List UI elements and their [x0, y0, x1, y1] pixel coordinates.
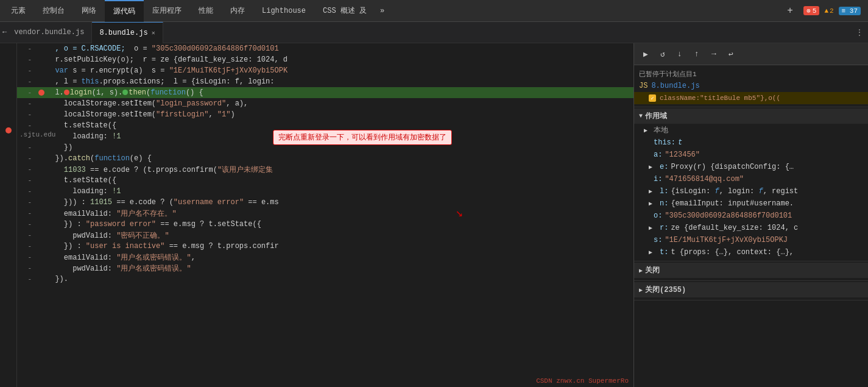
nav-console[interactable]: 控制台 — [34, 0, 73, 22]
line-number: - — [17, 122, 37, 129]
step-out-button[interactable]: ↑ — [690, 48, 704, 61]
scope-value: t {props: {…}, context: {…}, — [671, 248, 794, 257]
line-content: t.setState({ — [46, 121, 633, 130]
scope-l-row[interactable]: ▶ l: {isLogin: f, login: f, regist — [634, 185, 868, 197]
line-number: - — [17, 111, 37, 118]
log-badge[interactable]: ≡ 37 — [839, 7, 861, 15]
line-number: - — [17, 188, 37, 195]
scope-label: 作用域 — [645, 111, 667, 121]
line-content: pwdValid: "用户名或密码错误。" — [46, 263, 633, 274]
scope-header[interactable]: ▼ 作用域 — [634, 108, 868, 124]
tab-bundle8[interactable]: 8.bundle.js ✕ — [92, 22, 163, 43]
line-content: })) : 11015 == e.code ? ("username error… — [46, 198, 633, 207]
nav-right-badges: + ⊗ 5 ▲ 2 ≡ 37 — [782, 2, 866, 20]
nav-memory[interactable]: 内存 — [222, 0, 253, 22]
code-line: - r.setPublicKey(o); r = ze {default_key… — [17, 54, 633, 65]
nav-css[interactable]: CSS 概述 及 — [314, 0, 375, 22]
right-panel-content: 已暂停于计划点目1 JS 8.bundle.js ✓ className:"ti… — [634, 65, 868, 387]
scope-arrow-icon: ▼ — [639, 113, 643, 119]
step-into-button[interactable]: ↓ — [673, 48, 686, 61]
line-content: , o = C.RSACODE; o = "305c300d06092a8648… — [46, 44, 633, 53]
code-line: - emailValid: "用户名不存在。" — [17, 208, 633, 219]
scope-key: n: — [660, 199, 668, 208]
scope-i-row: i: "471656814@qq.com" — [634, 173, 868, 185]
line-content: loading: !1 — [46, 187, 633, 196]
line-content: t.setState({ — [46, 176, 633, 185]
tab-close-icon[interactable]: ✕ — [152, 29, 155, 37]
step-button[interactable]: → — [707, 48, 721, 61]
local-arrow-icon: ▶ — [644, 127, 652, 134]
nav-performance[interactable]: 性能 — [190, 0, 222, 22]
code-line: - }) : "user is inactive" == e.msg ? t.p… — [17, 241, 633, 252]
line-content: r.setPublicKey(o); r = ze {default_key_s… — [46, 55, 633, 64]
line-number: - — [17, 45, 37, 52]
resume-button[interactable]: ▶ — [639, 48, 652, 61]
nav-sources[interactable]: 源代码 — [105, 0, 144, 22]
breakpoint-marker[interactable] — [5, 127, 12, 133]
error-badge[interactable]: ⊗ 5 — [803, 6, 819, 15]
nav-plus-button[interactable]: + — [782, 2, 799, 20]
scope-value: Proxy(r) {dispatchConfig: {… — [671, 163, 794, 171]
close2-header[interactable]: ▶ 关闭(2355) — [634, 282, 868, 297]
scope-key: a: — [654, 151, 662, 159]
nav-elements[interactable]: 元素 — [2, 0, 34, 22]
code-line: - t.setState({ — [17, 175, 633, 186]
tab-vendor[interactable]: vendor.bundle.js — [7, 22, 92, 43]
nav-more-button[interactable]: » — [375, 0, 389, 22]
code-line-active: - l.login(i, s).then(function() { — [17, 87, 633, 98]
watermark: CSDN znwx.cn SupermerRo — [536, 377, 629, 385]
line-number: - — [17, 243, 37, 250]
scope-key: s: — [654, 236, 662, 244]
code-line: - }).catch(function(e) { — [17, 153, 633, 164]
js-file-icon: JS — [639, 82, 647, 90]
file-name: 8.bundle.js — [651, 82, 699, 90]
code-line: - var s = r.encrypt(a) s = "1E/1MuiTK6tj… — [17, 65, 633, 76]
tab-vendor-label: vendor.bundle.js — [14, 28, 84, 37]
line-content: emailValid: "用户名或密码错误。", — [46, 252, 633, 263]
scope-e-row[interactable]: ▶ e: Proxy(r) {dispatchConfig: {… — [634, 161, 868, 173]
close-label: 关闭 — [645, 265, 660, 275]
left-sidebar — [0, 43, 17, 387]
deactivate-button[interactable]: ↩ — [724, 48, 738, 61]
warning-badge[interactable]: ▲ 2 — [824, 7, 833, 15]
close-header[interactable]: ▶ 关闭 — [634, 263, 868, 278]
close2-section: ▶ 关闭(2355) — [634, 282, 868, 300]
domain-label: .sjtu.edu — [17, 130, 58, 140]
scope-key: o: — [654, 211, 662, 220]
expand-icon: ▶ — [649, 163, 657, 171]
line-number: - — [17, 155, 37, 162]
nav-lighthouse[interactable]: Lighthouse — [253, 0, 314, 22]
line-number: - — [17, 144, 37, 151]
scope-value: "471656814@qq.com" — [665, 175, 744, 183]
scope-t-row[interactable]: ▶ t: t {props: {…}, context: {…}, — [634, 246, 868, 258]
line-number: - — [17, 254, 37, 261]
nav-application[interactable]: 应用程序 — [144, 0, 190, 22]
debugger-toolbar: ▶ ↺ ↓ ↑ → ↩ — [634, 43, 868, 65]
file-tree-section: 已暂停于计划点目1 JS 8.bundle.js ✓ className:"ti… — [634, 68, 868, 107]
local-scope-header[interactable]: ▶ 本地 — [634, 124, 868, 137]
paused-notice-row: 已暂停于计划点目1 — [634, 68, 868, 80]
scope-value: "305c300d06092a864886f70d0101 — [665, 211, 792, 220]
scope-value: t — [678, 138, 682, 147]
line-content: , l = this.props.actions; l = {isLogin: … — [46, 77, 633, 86]
code-line: - pwdValid: "密码不正确。" — [17, 230, 633, 241]
scope-r-row[interactable]: ▶ r: ze {default_key_size: 1024, c — [634, 222, 868, 234]
scope-o-row: o: "305c300d06092a864886f70d0101 — [634, 210, 868, 222]
line-number: - — [17, 221, 37, 228]
highlighted-code-row[interactable]: ✓ className:"titleBule mb5"},o(( — [634, 92, 868, 104]
line-number: - — [17, 78, 37, 85]
file-entry-bundle8[interactable]: JS 8.bundle.js — [634, 80, 868, 92]
line-number: - — [17, 210, 37, 217]
expand-icon: ▶ — [649, 188, 657, 195]
back-button[interactable]: ← — [2, 28, 7, 37]
nav-network[interactable]: 网络 — [73, 0, 105, 22]
step-over-button[interactable]: ↺ — [656, 48, 669, 61]
scope-n-row[interactable]: ▶ n: {emailInput: input#username. — [634, 197, 868, 210]
line-content: emailValid: "用户名不存在。" — [46, 208, 633, 219]
checkbox-icon: ✓ — [649, 94, 656, 102]
line-number: - — [17, 177, 37, 184]
tab-end-button[interactable]: ⋮ — [851, 28, 868, 37]
breakpoint-dot[interactable] — [38, 90, 44, 96]
code-editor[interactable]: .sjtu.edu - , o = C.RSACODE; o = "305c30… — [17, 43, 633, 387]
line-content: }).catch(function(e) { — [46, 154, 633, 163]
